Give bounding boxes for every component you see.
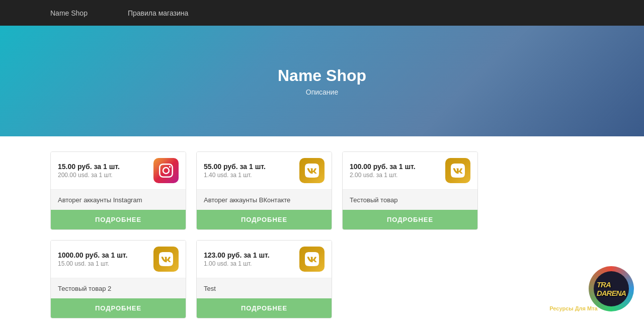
product-price-usd: 15.00 usd. за 1 шт. <box>58 260 127 267</box>
product-detail-button[interactable]: ПОДРОБНЕЕ <box>343 210 477 229</box>
products-section: 15.00 руб. за 1 шт. 200.00 usd. за 1 шт.… <box>0 136 644 320</box>
product-name: Тестовый товар 2 <box>51 278 186 298</box>
nav-item-rules[interactable]: Правила магазина <box>128 9 188 17</box>
nav-item-shop[interactable]: Name Shop <box>50 9 88 17</box>
product-icon-vk <box>445 158 470 183</box>
product-price-usd: 2.00 usd. за 1 шт. <box>350 172 416 179</box>
hero-section: Name Shop Описание <box>0 26 644 136</box>
product-top: 15.00 руб. за 1 шт. 200.00 usd. за 1 шт. <box>51 152 186 190</box>
product-price-main: 123.00 руб. за 1 шт. <box>204 251 270 259</box>
product-icon-instagram <box>153 158 179 183</box>
product-card: 55.00 руб. за 1 шт. 1.40 usd. за 1 шт. А… <box>196 151 332 230</box>
product-detail-button[interactable]: ПОДРОБНЕЕ <box>51 210 186 229</box>
product-top: 55.00 руб. за 1 шт. 1.40 usd. за 1 шт. <box>197 152 332 190</box>
hero-subtitle: Описание <box>306 88 338 96</box>
navbar: Name Shop Правила магазина <box>0 0 644 26</box>
product-price-main: 100.00 руб. за 1 шт. <box>350 163 416 171</box>
products-grid: 15.00 руб. за 1 шт. 200.00 usd. за 1 шт.… <box>50 151 594 318</box>
product-name: Тестовый товар <box>343 190 477 210</box>
product-detail-button[interactable]: ПОДРОБНЕЕ <box>197 210 332 229</box>
product-price-usd: 1.40 usd. за 1 шт. <box>204 172 266 179</box>
product-card: 1000.00 руб. за 1 шт. 15.00 usd. за 1 шт… <box>50 240 186 318</box>
product-name: Авторег аккаунты Instagram <box>51 190 186 210</box>
hero-title: Name Shop <box>278 66 366 85</box>
product-card: 100.00 руб. за 1 шт. 2.00 usd. за 1 шт. … <box>342 151 478 230</box>
product-card: 123.00 руб. за 1 шт. 1.00 usd. за 1 шт. … <box>196 240 332 318</box>
product-top: 123.00 руб. за 1 шт. 1.00 usd. за 1 шт. <box>197 241 332 278</box>
product-prices: 100.00 руб. за 1 шт. 2.00 usd. за 1 шт. <box>350 163 416 179</box>
product-prices: 1000.00 руб. за 1 шт. 15.00 usd. за 1 шт… <box>58 251 127 267</box>
product-icon-vk <box>299 247 325 272</box>
product-price-main: 55.00 руб. за 1 шт. <box>204 163 266 171</box>
product-prices: 15.00 руб. за 1 шт. 200.00 usd. за 1 шт. <box>58 163 120 179</box>
product-price-main: 1000.00 руб. за 1 шт. <box>58 251 127 259</box>
product-name: Авторег аккаунты ВКонтакте <box>197 190 332 210</box>
product-card: 15.00 руб. за 1 шт. 200.00 usd. за 1 шт.… <box>50 151 186 230</box>
product-icon-vk <box>153 247 179 272</box>
product-price-usd: 1.00 usd. за 1 шт. <box>204 260 270 267</box>
product-detail-button[interactable]: ПОДРОБНЕЕ <box>51 298 186 318</box>
product-top: 1000.00 руб. за 1 шт. 15.00 usd. за 1 шт… <box>51 241 186 278</box>
product-prices: 55.00 руб. за 1 шт. 1.40 usd. за 1 шт. <box>204 163 266 179</box>
product-prices: 123.00 руб. за 1 шт. 1.00 usd. за 1 шт. <box>204 251 270 267</box>
product-price-main: 15.00 руб. за 1 шт. <box>58 163 120 171</box>
product-detail-button[interactable]: ПОДРОБНЕЕ <box>197 298 332 318</box>
product-name: Test <box>197 278 332 298</box>
product-top: 100.00 руб. за 1 шт. 2.00 usd. за 1 шт. <box>343 152 477 190</box>
product-icon-vk <box>299 158 325 183</box>
product-price-usd: 200.00 usd. за 1 шт. <box>58 172 120 179</box>
